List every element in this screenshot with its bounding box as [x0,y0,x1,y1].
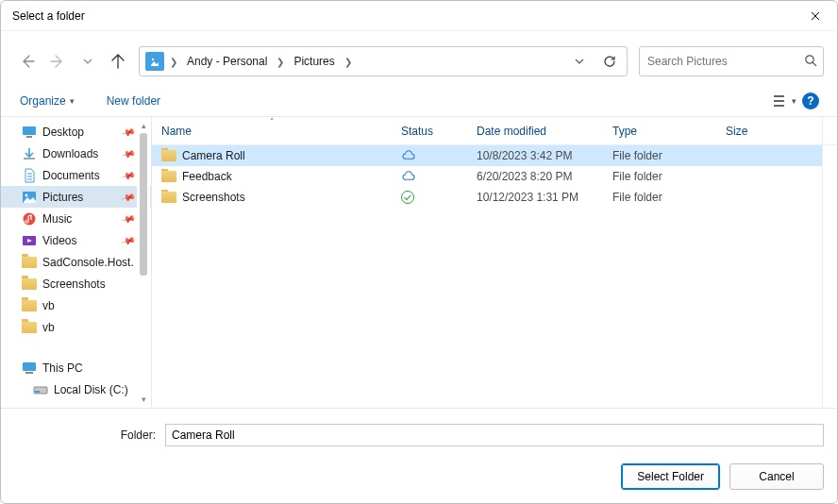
breadcrumb-segment[interactable]: Andy - Personal [183,55,271,68]
select-folder-button[interactable]: Select Folder [621,463,720,490]
file-type: File folder [603,149,716,162]
help-icon: ? [802,92,819,109]
sidebar-item[interactable]: Desktop 📌 [1,121,151,143]
sidebar-item-label: Local Disk (C:) [54,383,149,396]
svg-point-7 [24,212,36,225]
arrow-right-icon [50,54,65,69]
column-date[interactable]: Date modified [467,117,603,144]
folder-icon [161,190,176,205]
file-date: 6/20/2023 8:20 PM [467,170,603,183]
svg-rect-9 [23,362,36,371]
view-options-button[interactable]: ▾ [771,88,797,114]
sidebar-item[interactable]: Downloads 📌 [1,143,151,164]
body: Desktop 📌 Downloads 📌 Documents 📌 Pictur… [1,116,837,408]
folder-label: Folder: [14,428,156,442]
file-name: Screenshots [182,191,245,204]
cancel-button[interactable]: Cancel [729,463,824,490]
breadcrumb-segment[interactable]: Pictures [290,55,338,68]
column-headers: Name˄ Status Date modified Type Size [152,117,837,145]
column-type[interactable]: Type [603,117,716,144]
back-button[interactable] [18,52,37,71]
sidebar-item-label: vb [42,299,149,312]
file-date: 10/8/2023 3:42 PM [467,149,603,162]
svg-rect-4 [26,136,32,138]
cloud-icon [401,171,416,182]
file-date: 10/12/2023 1:31 PM [467,191,603,204]
picture-icon [22,190,37,205]
forward-button[interactable] [48,52,67,71]
sidebar-item[interactable]: Screenshots [1,273,151,294]
footer: Folder: Select Folder Cancel [1,408,837,503]
sidebar-item-label: Screenshots [42,277,149,291]
chevron-right-icon: ❯ [343,57,354,67]
nav-buttons [14,52,127,71]
file-name: Camera Roll [182,149,245,162]
scroll-thumb[interactable] [140,133,147,276]
sidebar-item-label: This PC [42,361,149,375]
sidebar-scrollbar[interactable]: ▴ ▾ [137,118,150,407]
disk-icon [33,382,48,397]
video-icon [22,233,37,248]
navigation-row: ❯ Andy - Personal ❯ Pictures ❯ [1,31,837,86]
svg-rect-12 [35,391,40,393]
arrow-up-icon [110,54,126,69]
folder-name-input[interactable] [165,424,824,446]
sidebar-item[interactable]: Videos 📌 [1,229,151,251]
file-list: Name˄ Status Date modified Type Size Cam… [152,117,837,408]
desktop-icon [22,125,37,140]
column-status[interactable]: Status [392,117,467,144]
search-box[interactable] [639,46,824,76]
chevron-right-icon: ❯ [275,57,286,67]
pc-icon [22,361,37,376]
chevron-right-icon: ❯ [168,57,179,67]
new-folder-button[interactable]: New folder [101,91,166,111]
document-icon [22,168,37,183]
recent-locations-button[interactable] [78,52,97,71]
address-bar[interactable]: ❯ Andy - Personal ❯ Pictures ❯ [139,46,628,76]
chevron-down-icon: ▾ [792,96,796,106]
chevron-down-icon [575,57,584,66]
table-row[interactable]: Feedback 6/20/2023 8:20 PM File folder [152,166,822,187]
svg-rect-3 [23,126,36,135]
refresh-button[interactable] [596,48,623,75]
file-name: Feedback [182,170,232,183]
dialog-title: Select a folder [12,9,85,23]
sort-asc-icon: ˄ [270,117,275,126]
sidebar-item[interactable]: Music 📌 [1,208,151,229]
sidebar-item[interactable]: Documents 📌 [1,164,151,186]
folder-icon [22,255,37,270]
column-size[interactable]: Size [716,117,822,144]
sidebar: Desktop 📌 Downloads 📌 Documents 📌 Pictur… [1,117,152,408]
sidebar-item[interactable]: vb [1,294,151,316]
check-icon [401,191,414,204]
music-icon [22,211,37,227]
file-rows: Camera Roll 10/8/2023 3:42 PM File folde… [152,145,837,408]
chevron-down-icon [83,57,92,66]
table-row[interactable]: Screenshots 10/12/2023 1:31 PM File fold… [152,187,822,208]
scroll-down-icon[interactable]: ▾ [137,392,150,407]
scroll-up-icon[interactable]: ▴ [137,118,150,133]
up-button[interactable] [109,52,127,71]
title-bar: Select a folder [1,1,837,31]
help-button[interactable]: ? [797,88,824,114]
location-icon [145,52,164,71]
download-icon [22,146,37,161]
sidebar-item[interactable]: This PC [1,357,151,378]
sidebar-item[interactable]: vb [1,316,151,338]
table-row[interactable]: Camera Roll 10/8/2023 3:42 PM File folde… [152,145,822,166]
cloud-icon [401,150,416,161]
column-name[interactable]: Name˄ [152,117,392,144]
svg-point-6 [25,193,28,196]
folder-icon [22,320,37,335]
sidebar-item[interactable]: SadConsole.Host. [1,251,151,273]
listview-scrollbar[interactable] [822,117,837,408]
close-button[interactable] [794,1,837,31]
sidebar-item[interactable]: Pictures 📌 [1,186,151,208]
sidebar-item[interactable]: Local Disk (C:) [1,378,151,400]
organize-button[interactable]: Organize ▾ [14,91,80,111]
addressbar-history-button[interactable] [566,48,593,75]
search-input[interactable] [645,54,804,69]
chevron-down-icon: ▾ [70,96,75,106]
svg-point-1 [152,59,154,60]
folder-icon [161,169,176,184]
